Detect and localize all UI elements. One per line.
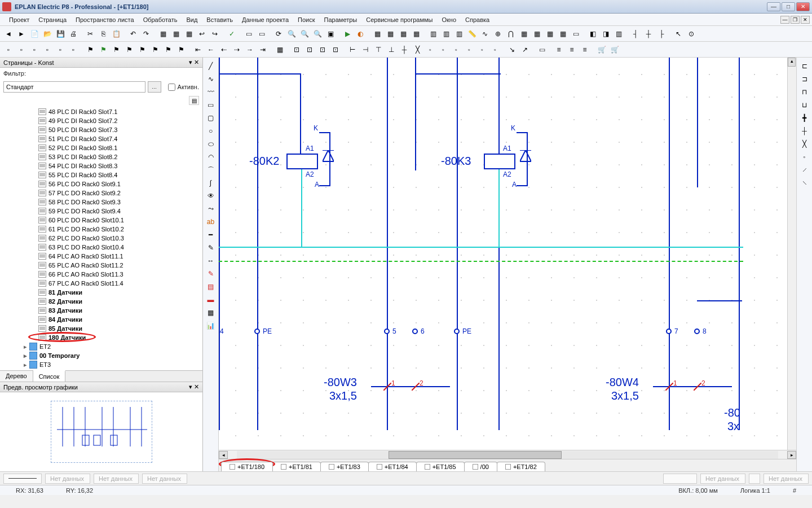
tool2-list1-icon[interactable]: ≡ <box>553 43 565 56</box>
tool2-fwd-icon[interactable]: ⇢ <box>231 43 243 56</box>
tool-undo-icon[interactable]: ↶ <box>127 28 139 40</box>
tree-tab-list[interactable]: Список <box>33 370 66 382</box>
menu-options[interactable]: Параметры <box>320 15 362 25</box>
tree-node[interactable]: ▸ET3 <box>0 360 202 369</box>
preview-close-icon[interactable]: ✕ <box>194 383 199 390</box>
vtool-graph-icon[interactable]: 📊 <box>205 319 217 332</box>
close-button[interactable]: ✕ <box>796 2 810 11</box>
tool2-conn8-icon[interactable]: ◦ <box>437 43 449 56</box>
tool2-flag7-icon[interactable]: ⚑ <box>162 43 174 56</box>
tool-target-icon[interactable]: ⊙ <box>685 28 698 40</box>
minimize-button[interactable]: — <box>767 2 780 11</box>
tool-new-icon[interactable]: 📄 <box>28 28 41 40</box>
tool-align1-icon[interactable]: ┤ <box>629 28 642 40</box>
tool-print-icon[interactable]: 🖨 <box>67 28 80 40</box>
rtool-9-icon[interactable]: ⟋ <box>798 164 811 176</box>
menu-page[interactable]: Страница <box>34 15 71 25</box>
tool-cut-icon[interactable]: ✂ <box>84 28 96 40</box>
tree-item[interactable]: 61 PLC DO Rack0 Slot10.2 <box>0 225 202 234</box>
tree-item[interactable]: 50 PLC DI Rack0 Slot7.3 <box>0 125 202 134</box>
page-tab[interactable]: +ET1/82 <box>497 462 545 471</box>
tool2-conn10-icon[interactable]: ◦ <box>463 43 475 56</box>
tool2-macro1-icon[interactable]: ▦ <box>273 43 286 56</box>
tool-layout1-icon[interactable]: ▦ <box>518 28 530 40</box>
navigator-close-icon[interactable]: ✕ <box>194 59 199 65</box>
tool2-sym1-icon[interactable]: ⊡ <box>290 43 303 56</box>
tool2-list2-icon[interactable]: ≡ <box>566 43 578 56</box>
tool2-arr1-icon[interactable]: ↘ <box>506 43 518 56</box>
tool-grid1-icon[interactable]: ▦ <box>157 28 169 40</box>
vtool-hatch-icon[interactable]: ▤ <box>205 281 217 293</box>
vtool-point-icon[interactable]: ✎ <box>205 268 217 280</box>
menu-edit[interactable]: Обработать <box>139 15 182 25</box>
vtool-eye-icon[interactable]: 👁 <box>205 190 217 202</box>
tool-win-icon[interactable]: ▭ <box>570 28 582 40</box>
tool-nav1-icon[interactable]: ◧ <box>586 28 599 40</box>
vtool-dim-icon[interactable]: ━ <box>205 229 217 241</box>
tool2-cart-icon[interactable]: 🛒 <box>595 43 608 56</box>
vtool-rrect-icon[interactable]: ▢ <box>205 112 217 124</box>
canvas-vscroll[interactable]: ▴ <box>787 58 796 450</box>
tool-table4-icon[interactable]: ▦ <box>410 28 422 40</box>
tool-align3-icon[interactable]: ├ <box>655 28 668 40</box>
filter-active-checkbox[interactable] <box>168 84 175 91</box>
prop-slot-7[interactable] <box>749 474 760 484</box>
tool2-sym4-icon[interactable]: ⊡ <box>329 43 342 56</box>
tool2-flag5-icon[interactable]: ⚑ <box>136 43 148 56</box>
tool-save-icon[interactable]: 💾 <box>54 28 67 40</box>
vtool-polyline-icon[interactable]: ∿ <box>205 73 217 85</box>
vtool-path-icon[interactable]: ⤳ <box>205 203 217 215</box>
tree-item[interactable]: 64 PLC AO Rack0 Slot11.1 <box>0 252 202 261</box>
prop-slot-8[interactable]: Нет данных <box>764 474 809 484</box>
tool2-flag2-icon[interactable]: ⚑ <box>97 43 109 56</box>
tool2-conn7-icon[interactable]: ◦ <box>424 43 436 56</box>
tool-check-icon[interactable]: ✓ <box>226 28 238 40</box>
tool2-comp5-icon[interactable]: ▫ <box>54 43 67 56</box>
tool2-first-icon[interactable]: ⇤ <box>192 43 204 56</box>
menu-layout[interactable]: Пространство листа <box>71 15 139 25</box>
vtool-line-icon[interactable]: ╱ <box>205 60 217 72</box>
vtool-arc2-icon[interactable]: ⌒ <box>205 164 217 176</box>
mdi-close-button[interactable]: ✕ <box>801 16 810 24</box>
tool-table3-icon[interactable]: ▦ <box>397 28 409 40</box>
tool-zoom-fit-icon[interactable]: ▣ <box>324 28 337 40</box>
tree-item[interactable]: 48 PLC DI Rack0 Slot7.1 <box>0 107 202 116</box>
tree-item[interactable]: 67 PLC AO Rack0 Slot11.4 <box>0 279 202 288</box>
vtool-ellipse-icon[interactable]: ⬭ <box>205 138 217 150</box>
tool-refresh-icon[interactable]: ⟳ <box>272 28 285 40</box>
tool2-conn1-icon[interactable]: ⊢ <box>346 43 359 56</box>
tool2-sym3-icon[interactable]: ⊡ <box>316 43 329 56</box>
tool-magnet-icon[interactable]: ⋂ <box>505 28 517 40</box>
tool2-flag1-icon[interactable]: ⚑ <box>84 43 96 56</box>
menu-project[interactable]: Проект <box>5 15 34 25</box>
filter-edit-button[interactable]: … <box>148 81 161 93</box>
rtool-1-icon[interactable]: ⊏ <box>798 60 811 72</box>
tool-paste-icon[interactable]: 📋 <box>110 28 122 40</box>
vtool-spline-icon[interactable]: ∫ <box>205 177 217 189</box>
tree-item[interactable]: 83 Датчики <box>0 306 202 315</box>
tool2-conn3-icon[interactable]: ⊤ <box>372 43 385 56</box>
tool-nav3-icon[interactable]: ▥ <box>612 28 625 40</box>
vtool-rect-icon[interactable]: ▭ <box>205 99 217 111</box>
rtool-7-icon[interactable]: ╳ <box>798 138 811 150</box>
tree-item[interactable]: 65 PLC AO Rack0 Slot11.2 <box>0 261 202 270</box>
tool-zoom-window-icon[interactable]: 🔍 <box>285 28 298 40</box>
tool2-comp6-icon[interactable]: ▫ <box>67 43 80 56</box>
tree-item[interactable]: 52 PLC DI Rack0 Slot8.1 <box>0 143 202 152</box>
tree-node[interactable]: ▸00 Temporary <box>0 351 202 360</box>
rtool-10-icon[interactable]: ⟍ <box>798 177 811 189</box>
tool-pointer-icon[interactable]: ↖ <box>672 28 685 40</box>
tool-pane3-icon[interactable]: ▥ <box>453 28 465 40</box>
page-tab[interactable]: +ET1/180 <box>221 462 273 471</box>
tree-item[interactable]: 84 Датчики <box>0 315 202 324</box>
menu-project-data[interactable]: Данные проекта <box>237 15 293 25</box>
expander-icon[interactable]: ▸ <box>23 343 28 351</box>
prop-slot-5[interactable] <box>663 474 697 484</box>
prop-linetype[interactable] <box>3 474 42 484</box>
vtool-measure-icon[interactable]: ↔ <box>205 255 217 267</box>
menu-insert[interactable]: Вставить <box>202 15 237 25</box>
tree-item[interactable]: 180 Датчики <box>0 333 202 342</box>
page-tab[interactable]: +ET1/83 <box>320 462 369 471</box>
schematic-canvas[interactable]: -80K2 K A1 A2 A -80K3 K A1 A2 A <box>219 58 796 450</box>
tool2-flag8-icon[interactable]: ⚑ <box>175 43 187 56</box>
